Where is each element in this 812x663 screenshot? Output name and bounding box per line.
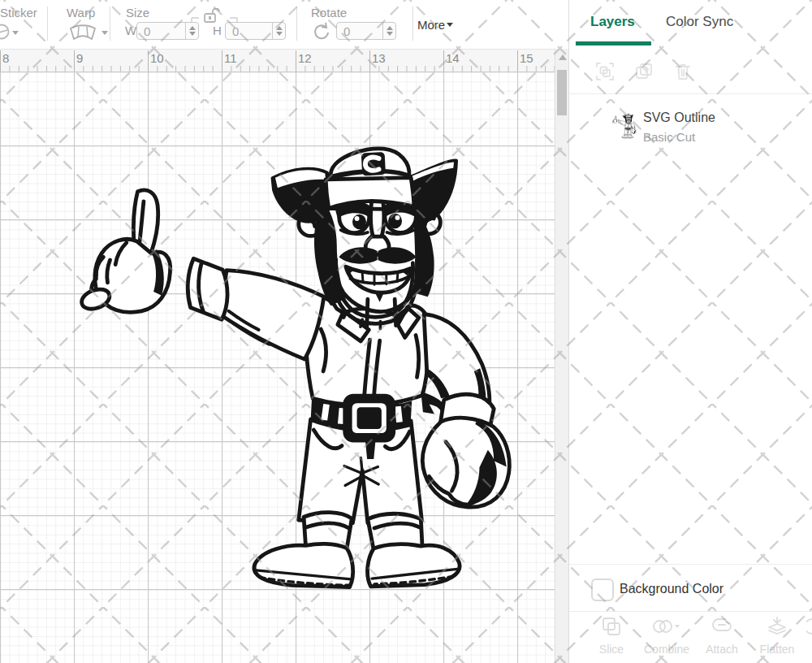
tab-color-sync[interactable]: Color Sync — [666, 14, 733, 30]
active-tab-underline — [576, 41, 651, 46]
layers-panel: Layers Color Sync — [568, 0, 812, 663]
panel-divider — [569, 564, 812, 565]
flatten-button[interactable]: Flatten — [754, 616, 800, 656]
rotate-input-box — [336, 22, 396, 40]
warp-icon[interactable] — [68, 24, 97, 41]
height-stepper[interactable] — [272, 23, 285, 39]
height-field-label: H — [213, 24, 222, 37]
sticker-icon[interactable] — [0, 23, 11, 41]
more-label: More — [417, 18, 445, 32]
flatten-icon — [767, 616, 788, 637]
scroll-up-arrow-icon[interactable] — [559, 54, 567, 60]
more-dropdown-caret[interactable] — [447, 23, 453, 27]
mascot-artwork[interactable] — [65, 131, 536, 602]
combine-label: Combine — [644, 643, 689, 656]
vertical-scrollbar[interactable] — [555, 49, 569, 663]
rotate-input[interactable] — [337, 23, 382, 39]
background-color-swatch[interactable] — [591, 578, 614, 601]
slice-label: Slice — [589, 643, 634, 656]
height-input[interactable] — [226, 23, 272, 39]
layer-thumbnail — [611, 109, 637, 143]
flatten-label: Flatten — [754, 643, 800, 656]
layer-title: SVG Outline — [643, 110, 715, 125]
layer-subtitle: Basic Cut — [643, 130, 695, 144]
rotate-stepper[interactable] — [382, 23, 395, 39]
scrollbar-thumb[interactable] — [557, 70, 567, 115]
panel-divider — [569, 93, 812, 94]
width-field-label: W — [125, 24, 136, 37]
combine-icon — [651, 616, 682, 637]
warp-dropdown-caret[interactable] — [102, 31, 108, 35]
height-input-box — [225, 22, 286, 40]
attach-button[interactable]: Attach — [699, 616, 745, 656]
horizontal-ruler: 8 9 10 11 12 13 14 15 — [0, 50, 555, 72]
design-app-window: Sticker Warp Size W H — [0, 0, 812, 663]
size-section-label: Size — [126, 6, 149, 20]
toolbar-divider — [412, 6, 413, 41]
attach-label: Attach — [699, 643, 745, 656]
design-canvas[interactable]: 8 9 10 11 12 13 14 15 — [0, 49, 555, 663]
more-button[interactable]: More — [417, 18, 445, 32]
sticker-section-label: Sticker — [0, 6, 37, 20]
slice-icon — [601, 616, 622, 637]
group-icon[interactable] — [595, 62, 615, 81]
top-toolbar: Sticker Warp Size W H — [0, 0, 568, 49]
delete-icon[interactable] — [673, 62, 693, 81]
sticker-dropdown-caret[interactable] — [12, 31, 19, 35]
partial-action-icon[interactable] — [806, 616, 812, 637]
ruler-ticks — [0, 50, 555, 72]
tab-layers[interactable]: Layers — [590, 14, 635, 30]
duplicate-icon[interactable] — [634, 62, 654, 81]
slice-button[interactable]: Slice — [589, 616, 634, 656]
combine-button[interactable]: Combine — [644, 616, 689, 656]
panel-divider — [569, 611, 812, 612]
toolbar-divider — [296, 6, 297, 41]
width-input[interactable] — [137, 23, 185, 39]
width-input-box — [136, 22, 199, 40]
warp-section-label: Warp — [67, 6, 95, 20]
attach-icon — [711, 616, 732, 637]
toolbar-divider — [47, 6, 48, 41]
rotate-icon[interactable] — [313, 22, 332, 41]
toolbar-divider — [110, 6, 110, 41]
rotate-section-label: Rotate — [311, 6, 347, 20]
layer-row-svg-outline[interactable]: SVG Outline Basic Cut — [569, 98, 812, 154]
background-color-label: Background Color — [620, 582, 723, 596]
width-stepper[interactable] — [185, 23, 198, 39]
